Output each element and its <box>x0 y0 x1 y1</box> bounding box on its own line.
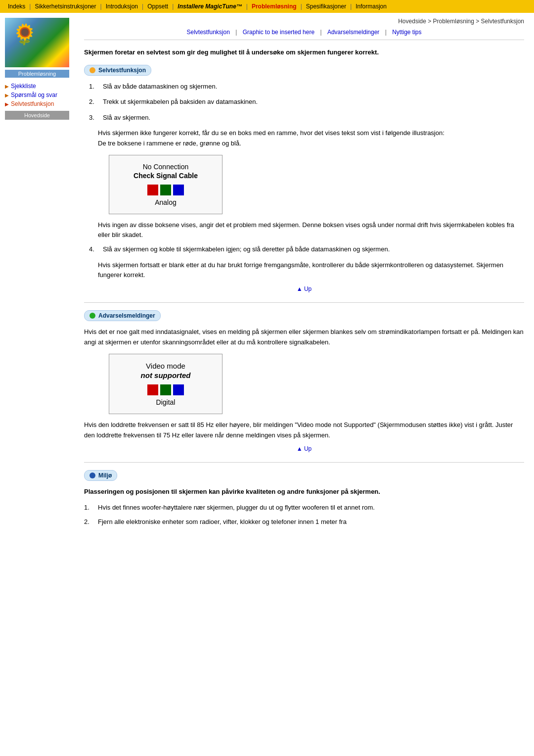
section2-notice: Hvis den loddrette frekvensen er satt ti… <box>84 420 524 441</box>
step-3-text: Slå av skjermen. <box>103 113 150 123</box>
arrow-icon-2: ▶ <box>5 93 9 98</box>
nav-sep-1: | <box>28 3 32 10</box>
nav-problem[interactable]: Problemløsning <box>249 2 300 11</box>
section3-item-1-num: 1. <box>84 503 94 513</box>
signal-cable-box: No Connection Check Signal Cable Analog <box>109 155 222 214</box>
breadcrumb: Hovedside > Problemløsning > Selvtestfun… <box>84 18 524 25</box>
subnav-advarsel[interactable]: Advarselsmeldinger <box>323 29 383 36</box>
video-color-red <box>147 384 158 395</box>
section3-list: 1. Hvis det finnes woofer-høyttalere nær… <box>84 503 524 527</box>
arrow-icon-3: ▶ <box>5 101 9 107</box>
steps-list: 1. Slå av både datamaskinen og skjermen.… <box>84 82 524 123</box>
color-square-red <box>147 185 158 195</box>
badge-dot-3 <box>89 472 95 478</box>
step-3: 3. Slå av skjermen. <box>84 113 524 123</box>
step-4-num: 4. <box>89 244 99 254</box>
signal-box-analog-label: Analog <box>119 198 212 206</box>
section1-intro: Skjermen foretar en selvtest som gir deg… <box>84 47 524 57</box>
badge-dot-1 <box>89 67 95 73</box>
notice-1: Hvis skjermen ikke fungerer korrekt, får… <box>98 128 524 149</box>
section-miljo: Miljø Plasseringen og posisjonen til skj… <box>84 470 524 527</box>
section3-badge: Miljø <box>84 470 117 481</box>
nav-sep-2: | <box>99 3 103 10</box>
nav-sep-6: | <box>300 3 303 10</box>
subnav-div-3: | <box>385 29 387 36</box>
sidebar-section-label: Problemløsning <box>5 70 69 78</box>
nav-sikkerhet[interactable]: Sikkerhetsinstruksjoner <box>32 2 99 11</box>
section3-badge-label: Miljø <box>98 472 112 479</box>
notice-1-text: Hvis skjermen ikke fungerer korrekt, får… <box>98 129 445 147</box>
step-2: 2. Trekk ut skjermkabelen på baksiden av… <box>84 97 524 107</box>
section1-badge-label: Selvtestfunksjon <box>98 67 146 74</box>
step-2-num: 2. <box>89 97 99 107</box>
up-link-1[interactable]: ▲ Up <box>84 285 524 292</box>
sidebar-item-label-1: Sjekkliste <box>11 83 36 90</box>
up-anchor-2[interactable]: ▲ Up <box>297 445 312 452</box>
nav-indeks[interactable]: Indeks <box>5 2 28 11</box>
section3-item-2: 2. Fjern alle elektroniske enheter som r… <box>84 517 524 527</box>
video-color-green <box>160 384 171 395</box>
top-navigation: Indeks | Sikkerhetsinstruksjoner | Intro… <box>0 0 534 13</box>
section2-badge-label: Advarselsmeldinger <box>98 312 155 319</box>
main-layout: Problemløsning ▶ Sjekkliste ▶ Spørsmål o… <box>0 13 534 547</box>
arrow-icon-1: ▶ <box>5 84 9 89</box>
nav-sep-7: | <box>349 3 353 10</box>
video-box-digital-label: Digital <box>119 398 212 406</box>
subnav-div-2: | <box>320 29 321 36</box>
sidebar-item-label-3: Selvtestfunksjon <box>11 100 54 107</box>
up-anchor-1[interactable]: ▲ Up <box>297 285 312 292</box>
up-link-2[interactable]: ▲ Up <box>84 445 524 452</box>
video-color-blue <box>173 384 184 395</box>
sidebar-item-selvtest[interactable]: ▶ Selvtestfunksjon <box>0 99 74 108</box>
nav-sep-4: | <box>171 3 175 10</box>
sidebar-item-sporsmal[interactable]: ▶ Spørsmål og svar <box>0 91 74 99</box>
subnav-graphic[interactable]: Graphic to be inserted here <box>239 29 318 36</box>
section3-item-2-num: 2. <box>84 517 94 527</box>
home-button[interactable]: Hovedside <box>5 111 69 120</box>
nav-magictune[interactable]: Installere MagicTune™ <box>175 2 245 11</box>
badge-dot-2 <box>89 313 95 319</box>
notice-2: Hvis ingen av disse boksene vises, angir… <box>98 220 524 241</box>
sidebar-image <box>5 18 69 67</box>
section3-intro: Plasseringen og posisjonen til skjermen … <box>84 487 524 497</box>
subnav-selvtest[interactable]: Selvtestfunksjon <box>183 29 234 36</box>
video-box-line2: not supported <box>119 371 212 379</box>
subnav-div-1: | <box>235 29 237 36</box>
video-box-colors <box>119 384 212 395</box>
video-mode-box: Video mode not supported Digital <box>109 354 222 414</box>
section-selvtest: Skjermen foretar en selvtest som gir deg… <box>84 47 524 292</box>
step-1-num: 1. <box>89 82 99 92</box>
section1-badge: Selvtestfunksjon <box>84 65 151 76</box>
step-4-text: Slå av skjermen og koble til skjermkabel… <box>103 244 390 254</box>
section2-badge: Advarselsmeldinger <box>84 310 161 321</box>
nav-spesifikasjon[interactable]: Spesifikasjoner <box>303 2 349 11</box>
sidebar: Problemløsning ▶ Sjekkliste ▶ Spørsmål o… <box>0 13 74 547</box>
step-1-text: Slå av både datamaskinen og skjermen. <box>103 82 217 92</box>
steps-list-4: 4. Slå av skjermen og koble til skjermka… <box>84 244 524 254</box>
content-area: Hovedside > Problemløsning > Selvtestfun… <box>74 13 534 547</box>
step-1: 1. Slå av både datamaskinen og skjermen. <box>84 82 524 92</box>
notice-3: Hvis skjermen fortsatt er blank etter at… <box>98 260 524 281</box>
nav-informasjon[interactable]: Informasjon <box>353 2 390 11</box>
nav-sep-5: | <box>245 3 249 10</box>
section3-item-1-text: Hvis det finnes woofer-høyttalere nær sk… <box>98 503 375 513</box>
signal-box-line1: No Connection <box>119 163 212 171</box>
step-2-text: Trekk ut skjermkabelen på baksiden av da… <box>103 97 258 107</box>
section3-item-2-text: Fjern alle elektroniske enheter som radi… <box>98 517 347 527</box>
signal-box-line2: Check Signal Cable <box>119 172 212 180</box>
sidebar-item-label-2: Spørsmål og svar <box>11 92 57 98</box>
nav-oppsett[interactable]: Oppsett <box>144 2 171 11</box>
video-box-line1: Video mode <box>119 362 212 370</box>
subnav-tips[interactable]: Nyttige tips <box>388 29 425 36</box>
sidebar-menu: ▶ Sjekkliste ▶ Spørsmål og svar ▶ Selvte… <box>0 82 74 108</box>
color-square-green <box>160 185 171 195</box>
divider-2 <box>84 462 524 463</box>
nav-sep-3: | <box>141 3 144 10</box>
step-4: 4. Slå av skjermen og koble til skjermka… <box>84 244 524 254</box>
signal-box-colors <box>119 185 212 195</box>
color-square-blue <box>173 185 184 195</box>
sidebar-item-sjekkliste[interactable]: ▶ Sjekkliste <box>0 82 74 91</box>
sub-navigation: Selvtestfunksjon | Graphic to be inserte… <box>84 29 524 40</box>
divider-1 <box>84 302 524 303</box>
nav-intro[interactable]: Introduksjon <box>103 2 141 11</box>
